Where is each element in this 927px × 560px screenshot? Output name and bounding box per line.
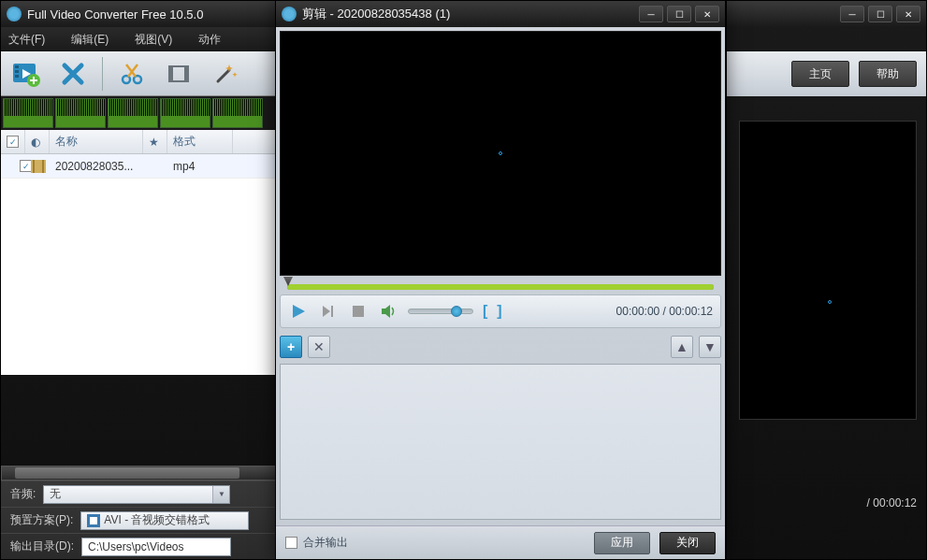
next-frame-button[interactable] bbox=[318, 301, 339, 322]
svg-marker-20 bbox=[382, 305, 390, 318]
svg-rect-2 bbox=[15, 70, 19, 73]
svg-marker-16 bbox=[293, 305, 305, 318]
thumbnail[interactable] bbox=[3, 98, 53, 128]
toolbar-separator bbox=[102, 57, 103, 91]
time-display: 00:00:00 / 00:00:12 bbox=[616, 305, 713, 318]
svg-rect-13 bbox=[42, 160, 44, 173]
column-format[interactable]: 格式 bbox=[167, 130, 233, 153]
minimize-button[interactable]: ─ bbox=[840, 6, 864, 22]
modal-title-bar: 剪辑 - 20200828035438 (1) ─ ☐ ✕ bbox=[276, 1, 725, 27]
video-preview bbox=[280, 31, 721, 276]
app-logo-icon bbox=[282, 7, 297, 22]
svg-rect-1 bbox=[15, 65, 19, 68]
output-label: 输出目录(D): bbox=[10, 538, 74, 554]
app-logo-icon bbox=[7, 7, 22, 22]
menu-file[interactable]: 文件(F) bbox=[8, 32, 45, 48]
thumbnail[interactable] bbox=[55, 98, 106, 128]
clip-list bbox=[280, 364, 721, 520]
trim-dialog: 剪辑 - 20200828035438 (1) ─ ☐ ✕ [ ] 00:00:… bbox=[275, 0, 726, 560]
thumbnail[interactable] bbox=[108, 98, 158, 128]
side-toolbar: 主页 帮助 bbox=[727, 51, 926, 96]
playback-controls: [ ] 00:00:00 / 00:00:12 bbox=[280, 294, 721, 328]
remove-clip-button[interactable]: ✕ bbox=[308, 336, 330, 358]
maximize-button[interactable]: ☐ bbox=[868, 6, 892, 22]
mark-out-button[interactable]: ] bbox=[497, 303, 501, 320]
modal-footer: 合并输出 应用 关闭 bbox=[276, 525, 725, 559]
play-button[interactable] bbox=[288, 301, 309, 322]
apply-button[interactable]: 应用 bbox=[594, 532, 650, 554]
cell-format: mp4 bbox=[167, 160, 233, 173]
modal-title: 剪辑 - 20200828035438 (1) bbox=[302, 6, 450, 22]
merge-output-checkbox[interactable] bbox=[285, 537, 297, 549]
side-title-bar: ─ ☐ ✕ bbox=[727, 1, 926, 27]
mark-in-button[interactable]: [ bbox=[483, 303, 487, 320]
svg-rect-9 bbox=[169, 66, 173, 81]
svg-marker-17 bbox=[323, 306, 330, 317]
svg-rect-18 bbox=[331, 306, 333, 317]
audio-select[interactable]: 无 ▼ bbox=[43, 485, 230, 504]
move-up-button[interactable]: ▲ bbox=[671, 336, 693, 358]
file-type-icon bbox=[25, 160, 50, 173]
trim-button[interactable] bbox=[114, 56, 150, 92]
app-title: Full Video Converter Free 10.5.0 bbox=[27, 7, 203, 22]
side-time-display: / 00:00:12 bbox=[867, 496, 917, 510]
close-button[interactable]: ✕ bbox=[896, 6, 920, 22]
column-star[interactable]: ★ bbox=[143, 130, 167, 153]
svg-rect-12 bbox=[33, 160, 35, 173]
menu-view[interactable]: 视图(V) bbox=[135, 32, 172, 48]
merge-output-label: 合并输出 bbox=[303, 535, 348, 551]
svg-rect-19 bbox=[353, 306, 364, 317]
chevron-down-icon: ▼ bbox=[212, 486, 229, 503]
menu-action[interactable]: 动作 bbox=[198, 32, 221, 48]
volume-slider[interactable] bbox=[408, 309, 473, 314]
modal-minimize-button[interactable]: ─ bbox=[639, 6, 663, 22]
close-dialog-button[interactable]: 关闭 bbox=[659, 532, 716, 554]
thumbnail[interactable] bbox=[160, 98, 210, 128]
select-all-checkbox[interactable] bbox=[7, 136, 19, 148]
stop-button[interactable] bbox=[348, 301, 369, 322]
preset-label: 预置方案(P): bbox=[10, 512, 73, 528]
menu-edit[interactable]: 编辑(E) bbox=[71, 32, 109, 48]
crop-button[interactable] bbox=[161, 56, 196, 92]
column-name[interactable]: 名称 bbox=[50, 130, 143, 153]
delete-button[interactable] bbox=[55, 56, 91, 92]
volume-icon[interactable] bbox=[378, 301, 398, 322]
clip-toolbar: + ✕ ▲ ▼ bbox=[280, 334, 721, 360]
side-preview bbox=[739, 121, 917, 420]
preset-select[interactable]: AVI - 音视频交错格式 bbox=[80, 511, 249, 530]
side-window: ─ ☐ ✕ 主页 帮助 / 00:00:12 bbox=[726, 0, 927, 560]
modal-close-button[interactable]: ✕ bbox=[695, 6, 719, 22]
timeline[interactable] bbox=[280, 278, 721, 293]
help-button[interactable]: 帮助 bbox=[859, 61, 917, 87]
output-path-input[interactable]: C:\Users\pc\Videos bbox=[81, 538, 231, 556]
modal-maximize-button[interactable]: ☐ bbox=[667, 6, 691, 22]
audio-label: 音频: bbox=[10, 486, 36, 502]
effects-button[interactable] bbox=[208, 56, 243, 92]
move-down-button[interactable]: ▼ bbox=[699, 336, 721, 358]
home-button[interactable]: 主页 bbox=[791, 61, 849, 87]
add-clip-button[interactable]: + bbox=[280, 336, 302, 358]
thumbnail[interactable] bbox=[212, 98, 263, 128]
add-file-button[interactable] bbox=[8, 56, 44, 92]
svg-rect-15 bbox=[90, 517, 97, 524]
svg-rect-10 bbox=[184, 66, 188, 81]
info-column-icon[interactable]: ◐ bbox=[25, 130, 50, 153]
cell-name: 20200828035... bbox=[50, 160, 143, 173]
svg-rect-3 bbox=[15, 75, 19, 78]
